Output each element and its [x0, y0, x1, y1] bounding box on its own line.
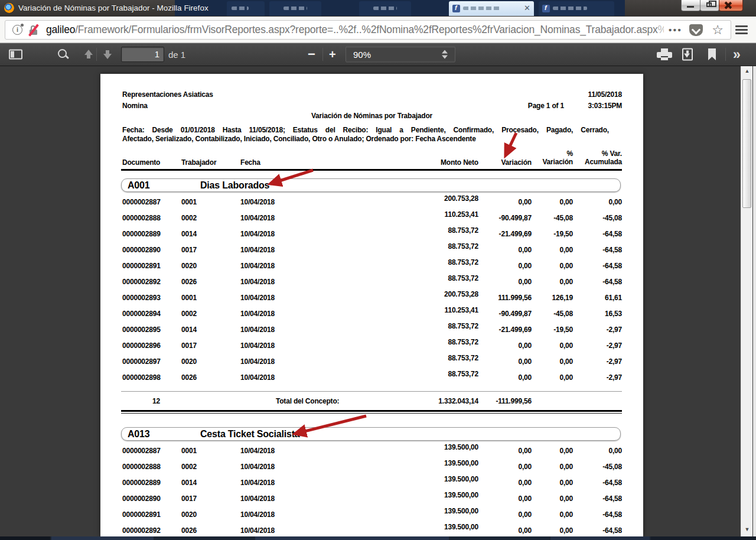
cell-pct-variacion: -19,50	[553, 230, 573, 238]
table-row: 0000002892002610/04/201888.753,720,000,0…	[100, 278, 643, 286]
total-row: 12Total del Concepto:1.332.043,14-111.99…	[100, 397, 643, 405]
group-band: A001Dias Laborados	[121, 178, 621, 192]
cell-documento: 0000002896	[122, 341, 161, 350]
table-row: 0000002897002010/04/201888.753,720,000,0…	[100, 357, 643, 366]
group-band: A013Cesta Ticket Socialista	[121, 427, 621, 441]
cell-pct-variacion: 0,00	[559, 447, 573, 455]
cell-fecha: 10/04/2018	[240, 230, 275, 238]
table-row: 0000002888000210/04/2018139.500,000,000,…	[100, 463, 643, 471]
background-tab[interactable]	[539, 1, 614, 16]
zoom-out-button[interactable]: −	[308, 47, 315, 62]
scrollbar-thumb[interactable]	[742, 79, 751, 208]
cell-pct-acumulada: -2,97	[607, 341, 622, 350]
cell-pct-acumulada: 0,00	[608, 447, 622, 455]
cell-documento: 0000002888	[122, 463, 161, 471]
cell-variacion: 0,00	[518, 479, 532, 487]
table-row: 0000002890001710/04/201888.753,720,000,0…	[100, 246, 643, 254]
bookmark-star-icon[interactable]: ☆	[712, 24, 724, 36]
titlebar[interactable]: ✕ Variación de Nóminas por Trabajador - …	[0, 0, 756, 17]
table-row: 0000002887000110/04/2018200.753,280,000,…	[100, 198, 643, 206]
cell-fecha: 10/04/2018	[240, 357, 275, 366]
cell-monto-neto: 88.753,72	[448, 322, 478, 330]
cell-documento: 0000002893	[122, 294, 161, 302]
page-actions-icon[interactable]: •••	[669, 25, 682, 35]
cell-trabajador: 0017	[181, 495, 197, 503]
restore-button[interactable]	[700, 0, 719, 11]
search-icon[interactable]	[57, 48, 69, 60]
background-tab[interactable]	[227, 1, 265, 16]
background-tab[interactable]	[359, 1, 411, 16]
cell-trabajador: 0001	[181, 294, 197, 302]
table-row: 0000002890001710/04/2018139.500,000,000,…	[100, 495, 643, 503]
report-page-label: Page 1 of 1	[528, 102, 564, 110]
print-icon[interactable]	[657, 48, 672, 60]
hamburger-menu-icon[interactable]	[735, 25, 748, 34]
cell-documento: 0000002894	[122, 310, 161, 318]
scroll-down-icon[interactable]: ▼	[741, 525, 753, 535]
cell-pct-variacion: 0,00	[559, 373, 573, 382]
cell-documento: 0000002898	[122, 373, 161, 382]
minimize-button[interactable]	[681, 0, 700, 11]
cell-trabajador: 0014	[181, 479, 197, 487]
group-code: A001	[128, 179, 149, 192]
background-tab-active[interactable]: ✕	[449, 1, 534, 16]
page-count-label: de 1	[168, 50, 185, 60]
sidebar-toggle-icon[interactable]	[9, 50, 22, 60]
cell-trabajador: 0002	[181, 214, 197, 222]
bookmark-icon[interactable]	[708, 48, 716, 60]
cell-documento: 0000002890	[122, 495, 161, 503]
cell-variacion: -90.499,87	[499, 310, 532, 318]
zoom-level-select[interactable]: 90%	[346, 47, 455, 63]
cell-trabajador: 0001	[181, 447, 197, 455]
cell-monto-neto: 139.500,00	[444, 523, 478, 531]
toolbar-overflow-icon[interactable]: »	[733, 48, 741, 60]
report-module: Nomina	[122, 102, 148, 110]
scroll-up-icon[interactable]: ▲	[741, 66, 753, 76]
cell-pct-variacion: -45,08	[553, 214, 573, 222]
pdf-viewer: Representaciones Asiaticas 11/05/2018 No…	[0, 66, 756, 536]
pocket-icon[interactable]	[689, 24, 703, 36]
cell-monto-neto: 88.753,72	[448, 274, 478, 282]
cell-documento: 0000002889	[122, 479, 161, 487]
col-header-trabajador: Trabajador	[181, 158, 216, 167]
page-down-icon[interactable]	[102, 48, 113, 60]
download-icon[interactable]	[682, 48, 693, 61]
table-row: 0000002898002610/04/201888.753,720,000,0…	[100, 373, 643, 382]
cell-documento: 0000002897	[122, 357, 161, 366]
cell-pct-variacion: -45,08	[553, 310, 573, 318]
cell-variacion: -21.499,69	[499, 230, 532, 238]
table-row: 0000002889001410/04/2018139.500,000,000,…	[100, 479, 643, 487]
url-bar[interactable]: i galileo/Framework/Formularios/frmVisor…	[5, 20, 731, 40]
cell-variacion: 0,00	[518, 262, 532, 270]
cell-pct-acumulada: -64,58	[602, 495, 622, 503]
url-text: galileo/Framework/Formularios/frmVisorRe…	[46, 24, 664, 36]
vertical-scrollbar[interactable]: ▲ ▼	[741, 66, 752, 536]
cell-pct-acumulada: -64,58	[602, 278, 622, 286]
cell-fecha: 10/04/2018	[240, 198, 275, 206]
close-button[interactable]	[719, 0, 743, 11]
page-up-icon[interactable]	[83, 48, 94, 60]
cell-pct-variacion: 0,00	[559, 246, 573, 254]
page-number-input[interactable]: 1	[121, 47, 164, 62]
header-rule	[121, 169, 622, 171]
insecure-lock-icon[interactable]	[29, 25, 38, 35]
cell-monto-neto: 200.753,28	[444, 194, 478, 203]
facebook-favicon	[452, 5, 460, 12]
tab-close-icon[interactable]: ✕	[524, 4, 530, 13]
zoom-in-button[interactable]: +	[329, 48, 336, 61]
cell-documento: 0000002887	[122, 447, 161, 455]
cell-pct-acumulada: -2,97	[607, 326, 622, 334]
cell-pct-acumulada: -45,08	[602, 214, 622, 222]
cell-fecha: 10/04/2018	[240, 246, 275, 254]
cell-pct-acumulada: -2,97	[607, 373, 622, 382]
total-count: 12	[152, 397, 160, 405]
table-row: 0000002896001710/04/201888.753,720,000,0…	[100, 341, 643, 350]
cell-fecha: 10/04/2018	[240, 294, 275, 302]
cell-variacion: 0,00	[518, 198, 532, 206]
background-tab[interactable]	[269, 1, 321, 16]
cell-variacion: 0,00	[518, 357, 532, 366]
site-info-icon[interactable]: i	[12, 25, 22, 35]
cell-monto-neto: 110.253,41	[445, 306, 478, 314]
report-title: Variación de Nóminas por Trabajador	[100, 112, 643, 120]
group-name: Cesta Ticket Socialista	[200, 428, 300, 441]
